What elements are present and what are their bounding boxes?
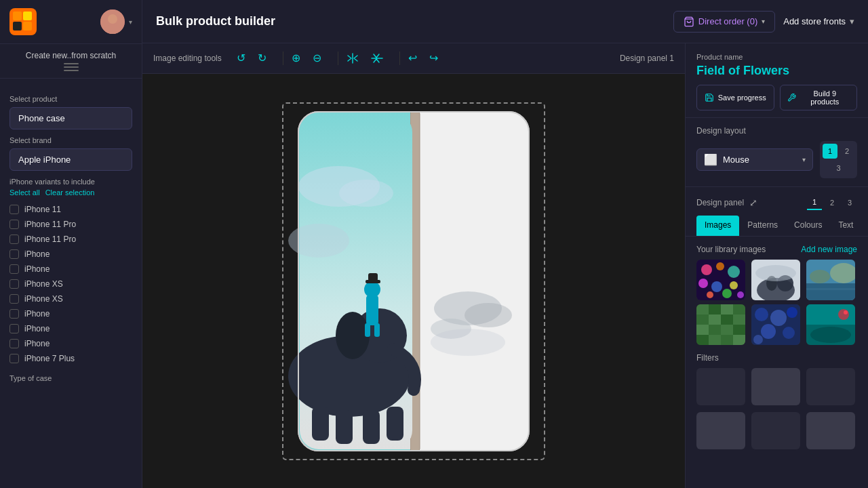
variant-label: iPhone xyxy=(24,339,50,348)
dp-num-1[interactable]: 1 xyxy=(807,195,822,210)
svg-point-46 xyxy=(722,289,732,298)
redo-button[interactable]: ↻ xyxy=(254,50,271,66)
variant-checkbox-iphone2[interactable] xyxy=(9,264,19,274)
layout-chevron-icon: ▾ xyxy=(802,156,806,163)
images-section: Your library images Add new image xyxy=(686,237,868,488)
layout-number-grid: 1 2 3 xyxy=(820,141,857,178)
add-new-image-button[interactable]: Add new image xyxy=(801,245,857,254)
user-avatar-wrap[interactable]: ▾ xyxy=(100,9,132,34)
rotate-right-button[interactable]: ↪ xyxy=(425,50,442,66)
library-image-3[interactable] xyxy=(806,260,855,300)
main-area: Image editing tools ↺ ↻ ⊕ ⊖ xyxy=(142,43,868,488)
app-logo xyxy=(9,8,37,35)
dp-num-3[interactable]: 3 xyxy=(842,195,857,210)
library-image-5[interactable] xyxy=(751,304,800,345)
library-image-1[interactable] xyxy=(696,260,745,300)
tab-patterns[interactable]: Patterns xyxy=(739,216,786,236)
clear-selection-button[interactable]: Clear selection xyxy=(45,188,95,197)
save-progress-button[interactable]: Save progress xyxy=(696,85,774,110)
variant-checkbox-iphone7plus[interactable] xyxy=(9,354,19,363)
svg-point-40 xyxy=(716,262,724,270)
variant-label: iPhone 11 xyxy=(24,205,61,214)
filter-1[interactable] xyxy=(696,368,745,405)
undo-button[interactable]: ↺ xyxy=(233,50,250,66)
svg-rect-34 xyxy=(368,273,378,281)
filter-2[interactable] xyxy=(751,368,800,405)
product-name-label: Product name xyxy=(696,53,857,61)
variant-label: iPhone 11 Pro xyxy=(24,220,76,229)
svg-point-78 xyxy=(787,307,797,318)
variant-checkbox-iphone11[interactable] xyxy=(9,205,19,214)
layout-select[interactable]: ⬜ Mouse ▾ xyxy=(696,148,813,171)
svg-rect-70 xyxy=(733,325,745,335)
svg-rect-25 xyxy=(363,410,380,444)
library-image-grid xyxy=(696,260,857,345)
svg-point-47 xyxy=(737,291,744,298)
svg-point-18 xyxy=(339,180,393,207)
layout-num-1[interactable]: 1 xyxy=(823,144,837,159)
tool-separator-3 xyxy=(399,52,400,65)
zoom-in-button[interactable]: ⊕ xyxy=(288,50,304,66)
svg-point-32 xyxy=(364,281,380,298)
design-layout-section: Design layout ⬜ Mouse ▾ 1 2 3 xyxy=(686,118,868,187)
svg-rect-57 xyxy=(806,288,855,290)
direct-order-label: Direct order (0) xyxy=(698,16,757,26)
svg-rect-60 xyxy=(709,304,721,314)
variant-checkbox-iphone11pro1[interactable] xyxy=(9,220,19,229)
tab-images[interactable]: Images xyxy=(696,216,739,236)
save-icon xyxy=(705,93,714,102)
dp-num-2[interactable]: 2 xyxy=(825,195,840,210)
svg-rect-71 xyxy=(696,335,709,345)
library-image-4[interactable] xyxy=(696,304,745,345)
svg-rect-61 xyxy=(721,304,733,314)
zoom-out-button[interactable]: ⊖ xyxy=(309,50,326,66)
variant-checkbox-iphone11pro2[interactable] xyxy=(9,235,19,244)
variant-checkbox-iphone4[interactable] xyxy=(9,324,19,333)
svg-rect-35 xyxy=(365,323,370,337)
variant-item: iPhone 11 Pro xyxy=(9,232,132,247)
build-label: Build 9 products xyxy=(800,89,850,106)
svg-point-81 xyxy=(753,335,763,344)
phone-case-svg xyxy=(285,105,542,458)
filter-grid xyxy=(696,368,857,449)
svg-rect-69 xyxy=(721,325,733,335)
product-select[interactable]: Phone case xyxy=(9,107,132,129)
undo-redo-group: ↺ ↻ xyxy=(233,50,271,66)
add-store-label: Add store fronts xyxy=(783,16,846,26)
zoom-group: ⊕ ⊖ xyxy=(288,50,326,66)
filter-4[interactable] xyxy=(696,412,745,449)
filter-3[interactable] xyxy=(806,368,855,405)
variant-checkbox-iphone5[interactable] xyxy=(9,339,19,348)
tab-colours[interactable]: Colours xyxy=(786,216,830,236)
svg-point-44 xyxy=(730,281,738,289)
library-image-6[interactable] xyxy=(806,304,855,345)
variant-checkbox-iphone3[interactable] xyxy=(9,309,19,319)
svg-rect-24 xyxy=(336,410,353,444)
variant-checkbox-iphone1[interactable] xyxy=(9,249,19,259)
variant-item: iPhone xyxy=(9,247,132,262)
brand-select[interactable]: Apple iPhone xyxy=(9,148,132,171)
tab-text[interactable]: Text xyxy=(830,216,861,236)
library-image-2[interactable] xyxy=(751,260,800,300)
expand-icon[interactable]: ⤢ xyxy=(749,197,757,208)
layout-num-3[interactable]: 3 xyxy=(823,161,854,176)
flip-horizontal-button[interactable] xyxy=(342,50,363,66)
variant-checkbox-iphonexs1[interactable] xyxy=(9,279,19,289)
flip-vertical-button[interactable] xyxy=(367,50,387,66)
build-products-button[interactable]: Build 9 products xyxy=(780,85,858,110)
layout-num-2[interactable]: 2 xyxy=(840,144,854,159)
library-images-label: Your library images xyxy=(696,245,766,254)
filter-5[interactable] xyxy=(751,412,800,449)
canvas-area[interactable] xyxy=(142,74,685,488)
add-store-button[interactable]: Add store fronts ▾ xyxy=(783,16,854,26)
filter-6[interactable] xyxy=(806,412,855,449)
direct-order-button[interactable]: Direct order (0) ▾ xyxy=(673,11,775,33)
select-all-button[interactable]: Select all xyxy=(9,188,40,197)
rotate-left-button[interactable]: ↩ xyxy=(404,50,421,66)
variant-checkbox-iphonexs2[interactable] xyxy=(9,294,19,304)
svg-rect-67 xyxy=(696,325,709,335)
design-panel-nums: 1 2 3 xyxy=(807,195,857,210)
design-panel-label: Design panel xyxy=(696,198,744,207)
toolbar-label: Image editing tools xyxy=(153,54,222,63)
svg-rect-65 xyxy=(721,314,733,325)
